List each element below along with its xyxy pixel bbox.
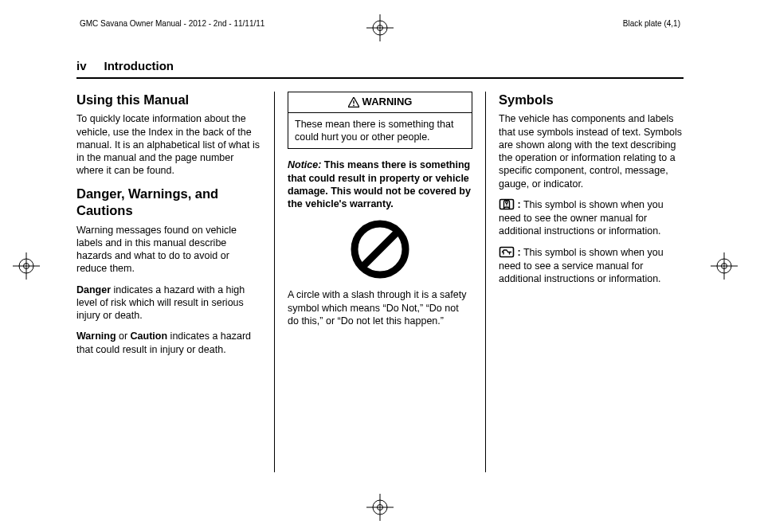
term-caution: Caution — [131, 331, 168, 342]
column-3: Symbols The vehicle has components and l… — [486, 92, 684, 472]
page-content: iv Introduction Using this Manual To qui… — [76, 59, 684, 486]
owner-manual-icon — [499, 198, 515, 210]
body-text: To quickly locate information about the … — [76, 112, 261, 177]
term-warning: Warning — [76, 331, 116, 342]
symbol-definition: : This symbol is shown when you need to … — [499, 246, 684, 286]
warning-box-header: WARNING — [288, 92, 472, 113]
svg-point-21 — [506, 201, 508, 203]
notice-label: Notice: — [288, 159, 321, 170]
warning-triangle-icon — [348, 97, 359, 108]
column-1: Using this Manual To quickly locate info… — [76, 92, 274, 472]
registration-mark-icon — [13, 252, 40, 280]
plate-label: Black plate (4,1) — [623, 19, 680, 28]
doc-title: GMC Savana Owner Manual - 2012 - 2nd - 1… — [80, 19, 264, 28]
service-manual-icon — [499, 246, 515, 258]
body-text: A circle with a slash through it is a sa… — [288, 288, 472, 327]
svg-line-19 — [362, 232, 398, 267]
registration-mark-icon — [366, 14, 394, 41]
running-head: iv Introduction — [76, 59, 684, 79]
warning-box: WARNING These mean there is something th… — [288, 92, 472, 149]
notice-text: Notice: This means there is something th… — [288, 158, 472, 210]
registration-mark-icon — [366, 494, 394, 521]
body-text: Warning messages found on vehicle labels… — [76, 224, 261, 276]
symbol-definition: : This symbol is shown when you need to … — [499, 198, 684, 238]
svg-point-17 — [353, 104, 355, 106]
body-text: Danger indicates a hazard with a high le… — [76, 284, 261, 323]
section-title: Introduction — [104, 59, 174, 72]
body-columns: Using this Manual To quickly locate info… — [76, 92, 684, 472]
warning-body: These mean there is something that could… — [288, 113, 472, 149]
body-text: or — [116, 331, 131, 342]
body-text: This symbol is shown when you need to se… — [499, 247, 664, 284]
print-header: GMC Savana Owner Manual - 2012 - 2nd - 1… — [80, 19, 680, 28]
term-danger: Danger — [76, 284, 111, 295]
column-2: WARNING These mean there is something th… — [274, 92, 486, 472]
body-text: This symbol is shown when you need to se… — [499, 199, 664, 237]
body-text: The vehicle has components and labels th… — [499, 112, 684, 190]
heading-using-manual: Using this Manual — [76, 92, 261, 108]
body-text: Warning or Caution indicates a hazard th… — [76, 330, 261, 356]
heading-symbols: Symbols — [499, 92, 684, 108]
heading-danger-warnings: Danger, Warnings, and Cautions — [76, 186, 261, 220]
page-number: iv — [76, 59, 87, 72]
warning-title: WARNING — [362, 96, 413, 109]
do-not-icon — [349, 218, 411, 280]
registration-mark-icon — [711, 252, 738, 280]
